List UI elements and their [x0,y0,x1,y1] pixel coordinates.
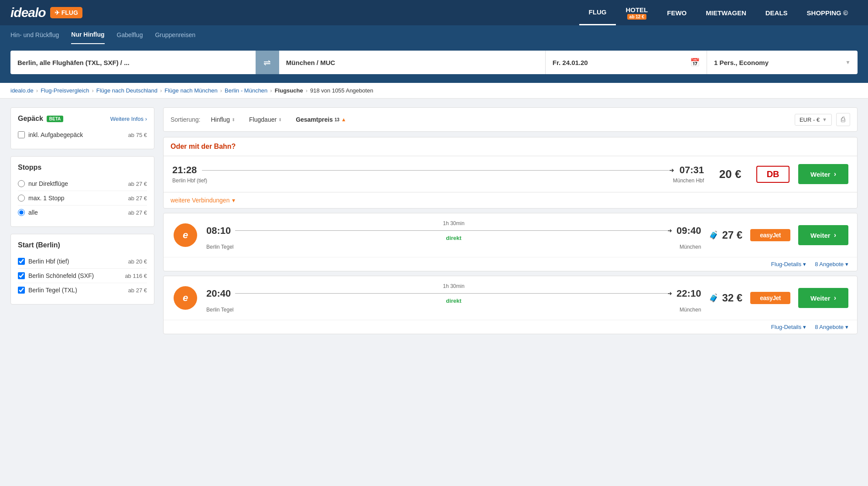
flight-type-hin-rueck[interactable]: Hin- und Rückflug [10,26,59,44]
train-banner: Oder mit der Bahn? 21:28 ➜ 07:31 Berlin … [163,137,858,209]
start-option-hbf: Berlin Hbf (tief) ab 20 € [18,254,147,269]
gepaeck-section: Gepäck BETA Weitere Infos › inkl. Aufgab… [10,107,154,149]
stopps-price-max1: ab 27 € [128,195,147,202]
flight-price-1: 27 € [722,229,742,241]
start-checkbox-sxf[interactable] [18,272,25,279]
start-section: Start (Berlin) Berlin Hbf (tief) ab 20 €… [10,234,154,305]
flug-details-link-2[interactable]: Flug-Details ▾ [771,324,806,330]
train-arrow-icon: ➜ [669,167,674,174]
flight-price-wrap-1: 🧳 27 € [709,229,742,241]
destination-input[interactable]: München / MUC [279,51,546,74]
weiter-button-1[interactable]: Weiter › [798,225,848,245]
nav-item-fewo[interactable]: FEWO [657,0,696,25]
breadcrumb-nach-deutschland[interactable]: Flüge nach Deutschland [96,87,157,94]
stopps-label-alle: alle [28,209,38,216]
breadcrumb-idealo[interactable]: idealo.de [10,87,34,94]
angebote-link-2[interactable]: 8 Angebote ▾ [815,324,848,330]
chevron-down-offers-icon-2: ▾ [845,324,848,330]
chevron-down-details-icon-1: ▾ [803,261,806,267]
flight-price-wrap-2: 🧳 32 € [709,292,742,304]
flight-price-2: 32 € [722,292,742,304]
sort-option-hinflug[interactable]: Hinflug ⬍ [207,114,239,125]
gepaeck-row: inkl. Aufgabegepäck ab 75 € [18,128,147,142]
breadcrumb-count: 918 von 1055 Angeboten [310,87,373,94]
origin-input[interactable]: Berlin, alle Flughäfen (TXL, SXF) / ... [10,51,256,74]
nav-item-hotel[interactable]: HOTEL ab 12 € [616,0,657,25]
nav-links: FLUG HOTEL ab 12 € FEWO MIETWAGEN DEALS … [579,0,858,25]
flight-result-2: e 20:40 1h 30min ➜ direkt 22:1 [163,276,858,334]
flight-dep-station-2: Berlin Tegel [206,307,233,313]
flight-arrow-icon-1: ➜ [667,227,672,234]
more-connections-link[interactable]: weitere Verbindungen ▾ [171,197,850,204]
sidebar: Gepäck BETA Weitere Infos › inkl. Aufgab… [10,107,154,352]
chevron-down-details-icon-2: ▾ [803,324,806,330]
flight-arr-station-2: München [680,307,701,313]
passengers-input[interactable]: 1 Pers., Economy ▼ [707,51,858,74]
easyjet-brand-1: easyJet [750,229,790,241]
gepaeck-header: Gepäck BETA Weitere Infos › [18,115,147,123]
start-label-sxf: Berlin Schönefeld (SXF) [28,272,94,279]
train-arr-time: 07:31 [680,164,704,176]
start-price-sxf: ab 116 € [125,273,147,279]
flight-type-gruppenreisen[interactable]: Gruppenreisen [155,26,195,44]
train-dep-time: 21:28 [172,164,197,176]
train-banner-title[interactable]: Oder mit der Bahn? [171,143,236,150]
breadcrumb-sep1: › [36,87,38,94]
breadcrumb-sep3: › [160,87,162,94]
flight-type-bar: Hin- und Rückflug Nur Hinflug Gabelflug … [0,25,868,44]
calendar-icon: 📅 [690,58,700,67]
nav-item-mietwagen[interactable]: MIETWAGEN [696,0,756,25]
stopps-option-direkt: nur Direktflüge ab 27 € [18,177,147,191]
gesamtpreis-sup: 13 [335,117,339,122]
nav-item-shopping[interactable]: SHOPPING © [797,0,858,25]
flug-details-link-1[interactable]: Flug-Details ▾ [771,261,806,267]
stopps-label-max1: max. 1 Stopp [28,195,65,202]
train-result-row: 21:28 ➜ 07:31 Berlin Hbf (tief) München … [164,156,857,192]
start-label-hbf: Berlin Hbf (tief) [28,258,69,265]
nav-item-deals[interactable]: DEALS [756,0,797,25]
breadcrumb-berlin-muenchen[interactable]: Berlin - München [225,87,267,94]
gepaeck-checkbox[interactable] [18,131,25,138]
train-weiter-button[interactable]: Weiter › [798,164,848,184]
flight-arrow-icon-2: ➜ [667,290,672,297]
train-arrow-line: ➜ [202,167,674,174]
angebote-link-1[interactable]: 8 Angebote ▾ [815,261,848,267]
nav-item-flug[interactable]: FLUG [579,0,616,25]
date-input[interactable]: Fr. 24.01.20 📅 [546,51,707,74]
date-text: Fr. 24.01.20 [553,59,588,66]
logo[interactable]: idealo ✈ FLUG [10,5,82,20]
sort-bar-right: EUR - € ▼ ⎙ [795,113,850,126]
breadcrumb-nach-muenchen[interactable]: Flüge nach München [164,87,217,94]
swap-button[interactable]: ⇌ [256,51,279,74]
further-info-link[interactable]: Weitere Infos › [110,116,147,122]
stopps-title: Stopps [18,164,147,171]
weiter-button-2[interactable]: Weiter › [798,288,848,308]
start-checkbox-hbf[interactable] [18,258,25,265]
stopps-radio-direkt[interactable] [18,180,25,187]
share-button[interactable]: ⎙ [836,113,850,126]
luggage-icon-1: 🧳 [709,230,718,240]
currency-select[interactable]: EUR - € ▼ [795,114,832,126]
stopps-radio-max1[interactable] [18,195,25,202]
train-weiter-arrow-icon: › [834,170,836,178]
breadcrumb-sep6: › [306,87,308,94]
easyjet-logo-icon-2: e [174,286,197,310]
stopps-option-alle: alle ab 27 € [18,205,147,219]
flight-type-gabelflug[interactable]: Gabelflug [117,26,143,44]
gepaeck-label: inkl. Aufgabegepäck [28,131,83,138]
flight-arr-time-2: 22:10 [677,288,701,299]
destination-text: München / MUC [286,59,335,66]
stopps-radio-alle[interactable] [18,209,25,216]
start-checkbox-txl[interactable] [18,287,25,294]
luggage-icon-2: 🧳 [709,293,718,303]
easyjet-logo-icon-1: e [174,223,197,247]
sort-option-flugdauer[interactable]: Flugdauer ⬍ [246,114,285,125]
sort-option-gesamtpreis[interactable]: Gesamtpreis 13 ▲ [292,114,350,125]
gepaeck-price: ab 75 € [128,132,147,138]
flight-direct-2: direkt [446,298,461,304]
start-price-hbf: ab 20 € [128,258,147,265]
flight-type-nur-hinflug[interactable]: Nur Hinflug [71,26,104,44]
top-nav: idealo ✈ FLUG FLUG HOTEL ab 12 € FEWO MI… [0,0,868,25]
breadcrumb-preisvergleich[interactable]: Flug-Preisvergleich [41,87,89,94]
hotel-badge: ab 12 € [627,14,646,20]
